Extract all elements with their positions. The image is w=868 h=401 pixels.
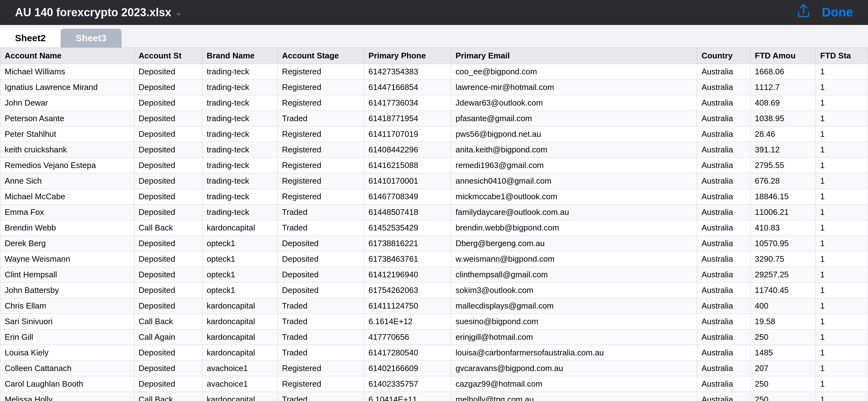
- table-cell: Registered: [277, 80, 364, 95]
- table-cell: 61410170001: [364, 173, 451, 189]
- table-cell: 676.28: [750, 173, 815, 189]
- table-cell: Registered: [277, 376, 364, 392]
- table-row: Remedios Vejano EstepaDepositedtrading-t…: [0, 158, 868, 173]
- table-cell: Jdewar63@outlook.com: [451, 95, 697, 111]
- table-cell: 417770656: [364, 330, 451, 345]
- table-cell: 1: [816, 361, 868, 376]
- table-cell: Traded: [277, 314, 364, 330]
- table-cell: Australia: [697, 282, 750, 298]
- table-cell: trading-teck: [202, 189, 277, 205]
- table-cell: Australia: [697, 80, 750, 95]
- table-cell: 11006.21: [750, 205, 815, 220]
- table-cell: remedi1963@gmail.com: [451, 158, 697, 173]
- table-cell: Deposited: [134, 158, 202, 173]
- table-cell: Registered: [277, 95, 364, 111]
- table-cell: suesino@bigpond.com: [451, 314, 697, 330]
- table-cell: 61754262063: [364, 282, 451, 298]
- table-header-row: Account Name Account St Brand Name Accou…: [0, 48, 868, 64]
- table-cell: Australia: [697, 267, 750, 282]
- col-country: Country: [697, 48, 750, 64]
- table-cell: 61417280540: [364, 345, 451, 361]
- table-cell: cazgaz99@hotmail.com: [451, 376, 697, 392]
- table-cell: clinthempsall@gmail.com: [451, 267, 697, 282]
- table-cell: 1: [816, 64, 868, 80]
- table-cell: Australia: [697, 252, 750, 267]
- table-cell: Wayne Weismann: [0, 252, 134, 267]
- table-cell: Australia: [697, 189, 750, 205]
- table-cell: Deposited: [134, 376, 202, 392]
- table-cell: Australia: [697, 173, 750, 189]
- table-cell: kardoncapital: [202, 330, 277, 345]
- table-cell: 250: [750, 330, 815, 345]
- table-cell: Traded: [277, 392, 364, 401]
- table-cell: Emma Fox: [0, 205, 134, 220]
- table-cell: Deposited: [134, 189, 202, 205]
- table-row: Emma FoxDepositedtrading-teckTraded61448…: [0, 205, 868, 220]
- table-cell: trading-teck: [202, 173, 277, 189]
- table-cell: Deposited: [134, 205, 202, 220]
- tab-sheet2[interactable]: Sheet2: [0, 29, 61, 47]
- table-row: Sari SinivuoriCall BackkardoncapitalTrad…: [0, 314, 868, 330]
- table-row: Brendin WebbCall BackkardoncapitalTraded…: [0, 220, 868, 236]
- col-account-stage: Account Stage: [277, 48, 364, 64]
- table-cell: keith cruickshank: [0, 142, 134, 158]
- table-cell: Deposited: [134, 127, 202, 142]
- col-ftd-status: FTD Sta: [816, 48, 868, 64]
- table-cell: Louisa Kiely: [0, 345, 134, 361]
- table-cell: Traded: [277, 205, 364, 220]
- table-cell: 1038.95: [750, 111, 815, 127]
- table-cell: 1: [816, 127, 868, 142]
- table-cell: Registered: [277, 189, 364, 205]
- table-cell: 61411124750: [364, 298, 451, 314]
- table-cell: Australia: [697, 220, 750, 236]
- table-cell: 1: [816, 142, 868, 158]
- table-cell: 1668.06: [750, 64, 815, 80]
- table-cell: 1: [816, 236, 868, 252]
- table-cell: melholly@tpg.com.au: [451, 392, 697, 401]
- header-bar: AU 140 forexcrypto 2023.xlsx ⌄ Done: [0, 0, 868, 25]
- table-cell: 61448507418: [364, 205, 451, 220]
- table-cell: Deposited: [134, 236, 202, 252]
- table-cell: Chris Ellam: [0, 298, 134, 314]
- table-row: Anne SichDepositedtrading-teckRegistered…: [0, 173, 868, 189]
- table-cell: Deposited: [134, 252, 202, 267]
- table-cell: trading-teck: [202, 95, 277, 111]
- table-cell: Traded: [277, 345, 364, 361]
- table-row: Ignatius Lawrence MirandDepositedtrading…: [0, 80, 868, 95]
- tab-sheet3[interactable]: Sheet3: [61, 29, 121, 47]
- table-cell: Deposited: [277, 267, 364, 282]
- table-row: Peterson AsanteDepositedtrading-teckTrad…: [0, 111, 868, 127]
- table-cell: 10570.95: [750, 236, 815, 252]
- table-row: Peter StahlhutDepositedtrading-teckRegis…: [0, 127, 868, 142]
- table-cell: Australia: [697, 330, 750, 345]
- table-cell: 1: [816, 392, 868, 401]
- table-cell: Brendin Webb: [0, 220, 134, 236]
- table-cell: 1: [816, 267, 868, 282]
- chevron-down-icon[interactable]: ⌄: [175, 7, 182, 18]
- table-cell: annesich0410@gmail.com: [451, 173, 697, 189]
- share-icon[interactable]: [797, 3, 810, 21]
- table-cell: 61417736034: [364, 95, 451, 111]
- table-cell: kardoncapital: [202, 298, 277, 314]
- table-cell: 207: [750, 361, 815, 376]
- table-cell: Sari Sinivuori: [0, 314, 134, 330]
- table-cell: Call Back: [134, 314, 202, 330]
- table-cell: opteck1: [202, 282, 277, 298]
- table-cell: 408.69: [750, 95, 815, 111]
- table-cell: Deposited: [134, 267, 202, 282]
- table-cell: Michael McCabe: [0, 189, 134, 205]
- table-cell: Peter Stahlhut: [0, 127, 134, 142]
- done-button[interactable]: Done: [822, 5, 853, 20]
- table-cell: Deposited: [134, 142, 202, 158]
- table-cell: familydaycare@outlook.com.au: [451, 205, 697, 220]
- table-cell: 1: [816, 80, 868, 95]
- table-cell: Deposited: [134, 95, 202, 111]
- table-cell: Melissa Holly: [0, 392, 134, 401]
- col-brand-name: Brand Name: [202, 48, 277, 64]
- table-cell: kardoncapital: [202, 392, 277, 401]
- table-cell: 250: [750, 392, 815, 401]
- table-row: Clint HempsallDepositedopteck1Deposited6…: [0, 267, 868, 282]
- table-cell: opteck1: [202, 267, 277, 282]
- table-cell: louisa@carbonfarmersofaustralia.com.au: [451, 345, 697, 361]
- table-cell: John Battersby: [0, 282, 134, 298]
